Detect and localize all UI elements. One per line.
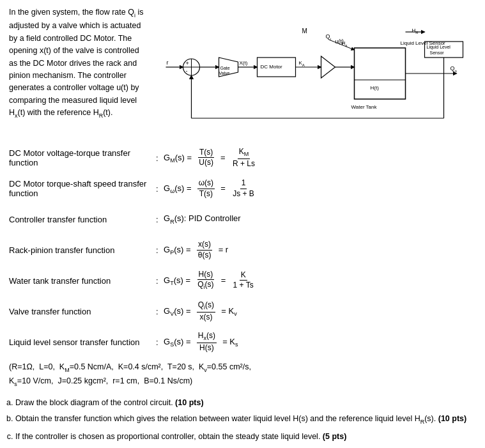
params-line2: Ks=10 V/cm, J=0.25 kgcm², r=1 cm, B=0.1 … <box>9 376 192 385</box>
question-c: If the controller is chosen as proportio… <box>15 430 476 444</box>
svg-text:-: - <box>186 68 188 74</box>
tf-row-gp: Rack-pinion transfer function : GP(s) = … <box>9 238 476 262</box>
svg-text:+: + <box>186 60 189 66</box>
question-b-pts: (10 pts) <box>438 414 466 423</box>
svg-text:r: r <box>167 59 169 66</box>
tf-row-gt: Water tank transfer function : GT(s) = H… <box>9 268 476 293</box>
tf-label-gomega: DC Motor torque-shaft speed transfer fun… <box>9 179 156 198</box>
tf-row-gv: Valve transfer function : GV(s) = Qi(s) … <box>9 299 476 323</box>
tf-label-gt: Water tank transfer function <box>9 276 156 286</box>
question-a-pts: (10 pts) <box>175 398 203 407</box>
params-section: (R=1Ω, L=0, KM=0.5 Ncm/A, K=0.4 s/cm², T… <box>9 360 476 389</box>
svg-text:Valve: Valve <box>219 71 230 75</box>
question-c-pts: (5 pts) <box>323 432 347 441</box>
system-diagram: + - r Gate Valve X(t) DC Motor KA <box>156 6 476 134</box>
tf-formula-gt: GT(s) = H(s) Qi(s) = K 1 + Ts <box>164 270 476 292</box>
tf-row-gr: Controller transfer function : GR(s): PI… <box>9 207 476 231</box>
tf-formula-gp: GP(s) = x(s) θ(s) = r <box>164 240 476 260</box>
transfer-functions-section: DC Motor voltage-torque transfer functio… <box>9 146 476 354</box>
svg-text:Qi: Qi <box>326 33 331 41</box>
tf-label-gv: Valve transfer function <box>9 307 156 316</box>
svg-text:HR: HR <box>412 27 419 35</box>
svg-text:Sensor: Sensor <box>430 50 445 55</box>
tf-formula-gomega: Gω(s) = ω(s) T(s) = 1 Js + B <box>164 178 476 199</box>
tf-row-gm: DC Motor voltage-torque transfer functio… <box>9 146 476 170</box>
tf-label-gs: Liquid level sensor transfer function <box>9 337 156 347</box>
tf-label-gm: DC Motor voltage-torque transfer functio… <box>9 148 156 167</box>
question-b: Obtain the transfer function which gives… <box>15 412 476 426</box>
tf-label-gr: Controller transfer function <box>9 215 156 224</box>
svg-text:Qo: Qo <box>450 65 458 73</box>
svg-rect-19 <box>355 48 406 99</box>
svg-text:X(t): X(t) <box>240 60 248 66</box>
svg-text:Water Tank: Water Tank <box>351 104 378 110</box>
tf-label-gp: Rack-pinion transfer function <box>9 245 156 255</box>
tf-row-gs: Liquid level sensor transfer function : … <box>9 330 476 354</box>
params-line1: (R=1Ω, L=0, KM=0.5 Ncm/A, K=0.4 s/cm², T… <box>9 362 251 371</box>
svg-text:DC Motor: DC Motor <box>261 64 283 70</box>
svg-text:KA: KA <box>299 60 305 67</box>
intro-text: In the given system, the flow rate Qi is… <box>9 6 150 134</box>
tf-formula-gs: GS(s) = Hx(s) H(s) = Ks <box>164 331 476 353</box>
svg-text:H(t): H(t) <box>371 85 380 91</box>
svg-marker-17 <box>321 56 335 78</box>
tf-formula-gr: GR(s): PID Controller <box>164 213 476 225</box>
questions-list: Draw the block diagram of the control ci… <box>9 396 476 448</box>
svg-text:Liquid Level Sensor: Liquid Level Sensor <box>401 40 446 46</box>
tf-row-gomega: DC Motor torque-shaft speed transfer fun… <box>9 176 476 201</box>
tf-formula-gm: GM(s) = T(s) U(s) = KM R + Ls <box>164 147 476 169</box>
svg-text:Gate: Gate <box>220 66 230 70</box>
tf-formula-gv: GV(s) = Qi(s) x(s) = Kv <box>164 300 476 323</box>
question-a: Draw the block diagram of the control ci… <box>15 396 476 410</box>
svg-text:M: M <box>302 27 307 35</box>
